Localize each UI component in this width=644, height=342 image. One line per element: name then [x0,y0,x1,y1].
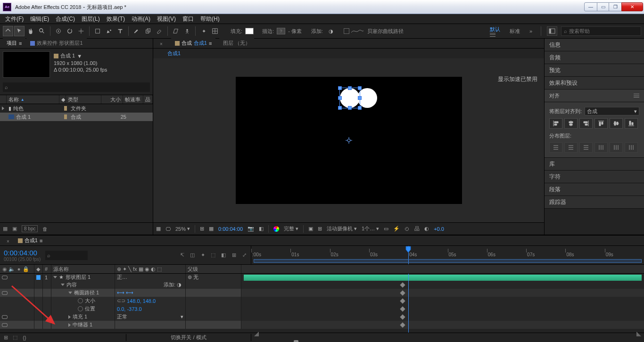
tab-layer-none[interactable]: 图层 （无） [219,38,254,48]
channel-icon[interactable] [273,226,279,232]
snap-icon[interactable] [210,26,220,36]
resolution-dropdown[interactable]: 完整 ▾ [284,225,298,232]
trash-icon[interactable]: 🗑 [42,226,48,232]
panel-align-header[interactable]: 对齐 [545,90,644,102]
menu-help[interactable]: 帮助(H) [197,14,223,24]
clone-tool-icon[interactable] [143,26,153,36]
col-audio-icon[interactable]: 🔈 [9,266,15,272]
align-vcenter-icon[interactable] [610,118,623,129]
tl-motion-blur-icon[interactable]: ✦ [200,252,206,258]
comp-breadcrumb[interactable]: 合成1 [167,50,181,57]
tl-frame-blend-icon[interactable]: ◫ [190,252,195,258]
orbit-tool-icon[interactable] [53,26,64,36]
handle-e[interactable] [358,96,362,100]
layer-duration-bar[interactable] [244,275,642,281]
restore-button[interactable]: ❐ [609,2,622,11]
align-bottom-icon[interactable] [625,118,638,129]
workspace-standard[interactable]: 标准 [507,27,523,36]
menu-layer[interactable]: 图层(L) [78,14,103,24]
minimize-button[interactable]: — [584,2,597,11]
roto-tool-icon[interactable] [171,26,181,36]
align-left-icon[interactable] [549,118,562,129]
tl-shy-icon[interactable]: ↸ [179,252,185,258]
close-button[interactable]: ✕ [621,2,643,11]
fast-preview-icon[interactable]: ⚡ [393,226,400,232]
menu-edit[interactable]: 编辑(E) [27,14,52,24]
timeline-icon[interactable]: ⏲ [405,226,410,232]
add-menu-icon[interactable]: ◑ [326,26,336,36]
timeline-row-fill[interactable]: 填充 1 正常 ▾ [0,313,644,321]
camera-dropdown[interactable]: 活动摄像机 ▾ [327,225,357,232]
panel-preview[interactable]: 预览 [545,64,644,77]
project-row-folder[interactable]: ▮纯色 文件夹 [0,104,153,113]
views-dropdown[interactable]: 1个… ▾ [362,225,379,232]
timeline-body[interactable]: 1 ★ 形状图层 1 正… ⊚ 无 内容 添加: ◑ 椭圆路径 1 ⟷ ⟷ [0,274,644,333]
toggle-in-out-icon[interactable]: {} [22,335,27,341]
tab-timeline-comp[interactable]: 合成1 ≡ [14,236,47,245]
tab-timeline-close[interactable]: × [3,237,14,245]
handle-ne[interactable] [358,86,362,90]
tl-graph-icon[interactable]: ⬚ [210,252,216,258]
help-search[interactable]: ⌕ 搜索帮助 [561,26,641,36]
tl-expand-icon[interactable]: ⤢ [241,252,247,258]
handle-sw[interactable] [338,106,342,110]
grid-icon[interactable]: ⊞ [318,226,322,232]
new-comp-icon[interactable]: ▣ [12,226,17,232]
project-row-comp[interactable]: 合成 1 合成 25 [0,113,153,121]
toggle-switches-modes-button[interactable]: 切换开关 / 模式 [126,334,251,341]
hand-tool-icon[interactable] [25,26,36,36]
workspace-default[interactable]: 默认 [487,25,503,38]
menu-animation[interactable]: 动画(A) [128,14,154,24]
timeline-ruler[interactable]: :00s01s02s03s04s05s06s07s08s09s10s [251,246,644,264]
menu-composition[interactable]: 合成(C) [52,14,78,24]
timeline-row-position[interactable]: 位置 0.0, -373.0 [0,305,644,313]
project-search[interactable]: ⌕ [3,82,150,92]
tab-comp-close[interactable]: × [156,40,167,48]
roi-icon[interactable]: ▣ [308,226,313,232]
work-area-bar[interactable] [254,259,642,263]
safe-zones-icon[interactable]: ⊞ [200,226,204,232]
flowchart-icon[interactable]: 品 [145,96,150,103]
eye-icon[interactable] [2,276,8,279]
align-top-icon[interactable] [594,118,608,129]
eye-icon[interactable] [2,315,8,319]
toggle-modes-icon[interactable]: ⬚ [12,335,18,341]
composition-canvas[interactable] [236,77,462,204]
timeline-row-ellipse-path[interactable]: 椭圆路径 1 ⟷ ⟷ [0,289,644,297]
tab-effect-controls[interactable]: 效果控件 形状图层1 [26,38,86,48]
home-tool-icon[interactable] [3,26,13,36]
eye-icon[interactable] [2,323,8,327]
tab-project[interactable]: 项目 ≡ [3,38,25,48]
col-lock-icon[interactable]: 🔒 [23,266,29,272]
panel-paragraph[interactable]: 段落 [545,183,644,196]
stopwatch-icon[interactable] [78,298,83,303]
bpc-toggle[interactable]: 8 bpc [22,225,38,232]
maximize-button[interactable]: ▭ [597,2,609,11]
menu-file[interactable]: 文件(F) [2,14,27,24]
bezier-checkbox[interactable] [344,28,349,34]
panel-audio[interactable]: 音频 [545,51,644,64]
tl-switches-icon[interactable]: ⊞ [231,252,237,258]
timeline-row-contents[interactable]: 内容 添加: ◑ [0,281,644,289]
toggle-switches-icon[interactable]: ⊞ [3,335,8,341]
tl-draft3d-icon[interactable]: ◧ [221,252,226,258]
mask-toggle-icon[interactable]: ▦ [156,226,161,232]
rotate-tool-icon[interactable] [65,26,75,36]
zoom-dropdown[interactable]: 25% ▾ [175,226,190,232]
stroke-swatch[interactable]: ? [277,28,285,34]
handle-n[interactable] [348,86,352,90]
snapshot-icon[interactable]: 📷 [248,226,254,232]
pan-behind-tool-icon[interactable] [76,26,86,36]
align-right-icon[interactable] [579,118,593,129]
panel-info[interactable]: 信息 [545,39,644,51]
timeline-layer-row[interactable]: 1 ★ 形状图层 1 正… ⊚ 无 [0,274,644,281]
align-to-dropdown[interactable]: 合成▾ [585,107,639,115]
workspace-more[interactable]: » [527,27,535,35]
interpret-icon[interactable]: ▦ [3,226,8,232]
shape-tool-icon[interactable] [92,26,103,36]
timeline-timecode[interactable]: 0:00:04:00 [4,249,41,257]
handle-w[interactable] [338,96,342,100]
pen-tool-icon[interactable] [104,26,114,36]
handle-s[interactable] [348,106,352,110]
viewer-timecode[interactable]: 0:00:04:00 [218,226,243,232]
